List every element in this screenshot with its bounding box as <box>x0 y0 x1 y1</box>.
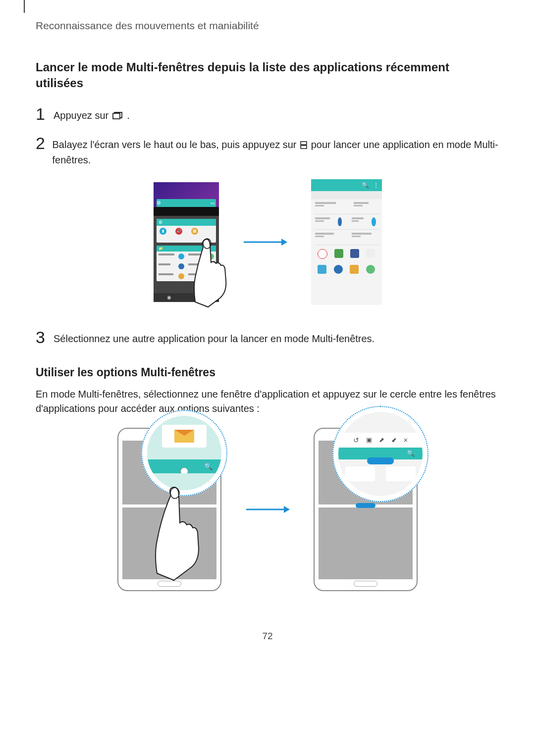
body-paragraph: En mode Multi-fenêtres, sélectionnez une… <box>36 387 499 416</box>
illustration-row-1: ⚙ ▭ ⚙ ▮ 🔊 ▦ 📁 <box>36 179 499 305</box>
arrow-right-icon <box>245 504 290 514</box>
more-icon: ⋮ <box>373 182 379 189</box>
svg-marker-8 <box>284 506 290 513</box>
svg-rect-1 <box>301 142 307 145</box>
phone-tap-handle: 🔍 <box>117 428 221 591</box>
step-3: 3 Sélectionnez une autre application pou… <box>36 329 499 346</box>
section-title: Lancer le mode Multi-fenêtres depuis la … <box>36 59 499 92</box>
step-1-text-after: . <box>127 110 130 121</box>
minimize-icon: ⬈ <box>379 436 384 444</box>
page-number: 72 <box>36 631 499 642</box>
zoom-circle-right: ↺ ▣ ⬈ ⬋ × 🔍 <box>332 406 428 502</box>
recent-apps-icon <box>112 109 123 124</box>
search-icon: 🔍 <box>362 182 369 189</box>
svg-rect-2 <box>301 146 307 149</box>
step-2: 2 Balayez l'écran vers le haut ou le bas… <box>36 135 499 167</box>
phone-file-browser: 🔍 ⋮ <box>311 179 382 305</box>
illustration-row-2: 🔍 <box>36 428 499 591</box>
zoom-circle-left: 🔍 <box>141 410 227 496</box>
subsection-title: Utiliser les options Multi-fenêtres <box>36 366 499 379</box>
step-3-number: 3 <box>36 329 52 346</box>
hand-pointing-icon <box>148 485 213 584</box>
phone-multiwindow-options: ↺ ▣ ⬈ ⬋ × 🔍 <box>314 428 418 591</box>
phone-recent-apps: ⚙ ▭ ⚙ ▮ 🔊 ▦ 📁 <box>154 182 219 302</box>
close-icon: × <box>404 436 408 444</box>
step-1-number: 1 <box>36 105 52 122</box>
pie-icon: ◉ <box>167 295 171 300</box>
search-icon: 🔍 <box>204 462 213 470</box>
step-2-text-before: Balayez l'écran vers le haut ou le bas, … <box>53 139 300 150</box>
step-2-number: 2 <box>36 135 51 151</box>
search-icon: 🔍 <box>407 450 415 457</box>
step-3-text: Sélectionnez une autre application pour … <box>54 329 374 346</box>
step-1: 1 Appuyez sur . <box>36 105 499 124</box>
svg-marker-5 <box>281 239 287 246</box>
page-header: Reconnaissance des mouvements et maniabi… <box>36 20 499 32</box>
maximize-icon: ⬋ <box>391 436 397 444</box>
hand-pointing-icon <box>188 233 243 312</box>
svg-rect-0 <box>113 113 120 119</box>
split-screen-icon <box>300 139 307 153</box>
arrow-right-icon <box>243 237 287 247</box>
drag-content-icon: ▣ <box>366 436 372 444</box>
swap-icon: ↺ <box>353 436 359 444</box>
step-1-text-before: Appuyez sur <box>54 110 111 121</box>
